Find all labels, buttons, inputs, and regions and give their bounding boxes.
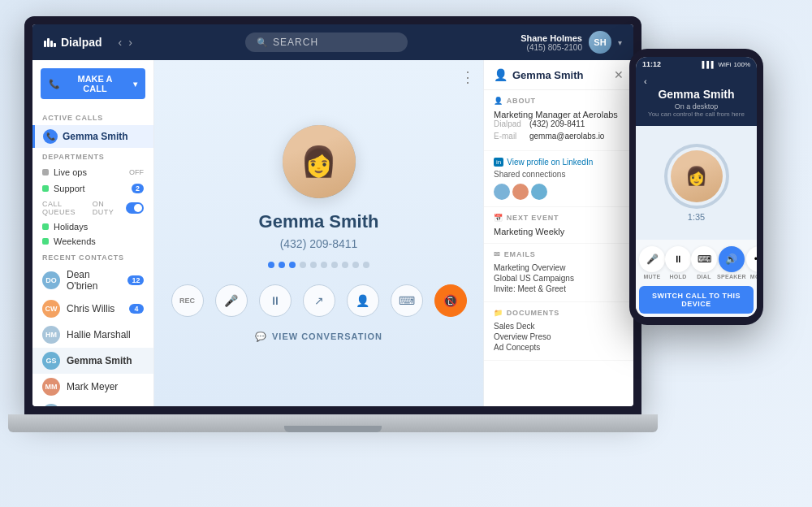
email-row: E-mail gemma@aerolabs.io: [494, 132, 624, 141]
phone-dial-label: DIAL: [697, 274, 711, 280]
hold-icon: ⏸: [270, 294, 281, 307]
app-header: Dialpad ‹ › 🔍 SEARCH Shane H: [32, 24, 633, 60]
phone-avatar-area: 👩 1:35: [636, 126, 757, 240]
contact-dean[interactable]: DO Dean O'brien 12: [32, 265, 153, 296]
dot-9: [352, 262, 359, 268]
email-2[interactable]: Global US Campaigns: [494, 274, 624, 283]
add-caller-icon: 👤: [356, 294, 369, 307]
dot-7: [331, 262, 338, 268]
phone-more-label: MORE: [750, 274, 757, 280]
call-controls: REC 🎤 ⏸ ↗ 👤: [171, 284, 467, 317]
call-icon: 📞: [43, 129, 58, 144]
contact-chris[interactable]: CW Chris Willis 4: [32, 296, 153, 322]
view-conversation-label: VIEW CONVERSATION: [272, 332, 382, 341]
chat-icon: 💬: [255, 332, 267, 342]
phone-back-button[interactable]: ‹: [644, 76, 749, 86]
dot-8: [342, 262, 348, 268]
queue-weekends[interactable]: Weekends: [32, 234, 153, 249]
panel-emails-section: ✉ EMAILS Marketing Overview Global US Ca…: [484, 244, 633, 302]
next-event-label: 📅 NEXT EVENT: [494, 214, 624, 222]
email-label: E-mail: [494, 132, 523, 141]
phone-hold-label: HOLD: [669, 274, 686, 280]
queue-holidays[interactable]: Holidays: [32, 219, 153, 234]
phone-hold-button[interactable]: ⏸: [665, 246, 691, 272]
caller-name: Gemma Smith: [259, 211, 379, 232]
switch-call-button[interactable]: SWITCH CALL TO THIS DEVICE: [639, 286, 754, 314]
phone-mute-button[interactable]: 🎤: [639, 246, 665, 272]
end-call-button[interactable]: 📵: [434, 284, 467, 317]
dialpad-number: (432) 209-8411: [529, 119, 585, 128]
dot-10: [363, 262, 369, 268]
dept-support[interactable]: Support 2: [32, 180, 153, 197]
rec-button[interactable]: REC: [171, 284, 204, 317]
laptop-bezel: Dialpad ‹ › 🔍 SEARCH Shane H: [24, 16, 641, 414]
email-1[interactable]: Marketing Overview: [494, 263, 624, 272]
phone-speaker-button[interactable]: 🔊: [719, 246, 745, 272]
panel-about-section: 👤 ABOUT Marketing Manager at Aerolabs Di…: [484, 90, 633, 151]
search-input-wrap[interactable]: 🔍 SEARCH: [245, 32, 408, 52]
avatar-dean: DO: [42, 271, 60, 289]
dept-support-label: Support: [54, 184, 127, 193]
active-caller-name: Gemma Smith: [63, 131, 128, 142]
phone-mute-ctrl: 🎤 MUTE: [639, 246, 665, 280]
on-duty-toggle[interactable]: [126, 202, 144, 214]
right-panel: 👤 Gemma Smith ✕ 👤 ABOUT Marketing Manage…: [483, 60, 633, 406]
phone-status-icons: ▌▌▌ WiFi 100%: [702, 61, 750, 68]
laptop: Dialpad ‹ › 🔍 SEARCH Shane H: [24, 16, 658, 471]
linkedin-link[interactable]: in View profile on LinkedIn: [494, 158, 624, 167]
avatar-gemma: GS: [42, 352, 60, 370]
contact-dean-name: Dean O'brien: [67, 269, 121, 292]
view-conversation-button[interactable]: 💬 VIEW CONVERSATION: [255, 332, 382, 342]
hold-button[interactable]: ⏸: [259, 284, 292, 317]
phone-dial-button[interactable]: ⌨: [691, 246, 717, 272]
contact-mark[interactable]: MM Mark Meyer: [32, 374, 153, 400]
phone-contact-name: Gemma Smith: [644, 88, 749, 101]
more-options-icon[interactable]: ⋮: [460, 68, 475, 86]
user-dropdown-icon[interactable]: ▾: [618, 38, 622, 47]
doc-2[interactable]: Overview Preso: [494, 332, 624, 341]
sidebar: 📞 MAKE A CALL ▾ ACTIVE CALLS 📞 Gemma Smi…: [32, 60, 154, 406]
back-arrow[interactable]: ‹: [119, 36, 123, 49]
email-3[interactable]: Invite: Meet & Greet: [494, 284, 624, 293]
panel-next-event-section: 📅 NEXT EVENT Marketing Weekly: [484, 207, 633, 244]
contact-hallie[interactable]: HM Hallie Marshall: [32, 322, 153, 348]
about-label: 👤 ABOUT: [494, 97, 624, 105]
header-user-name: Shane Holmes: [520, 33, 582, 43]
phone-avatar-inner: 👩: [671, 150, 723, 202]
dept-support-badge: 2: [132, 184, 144, 193]
transfer-button[interactable]: ↗: [303, 284, 335, 317]
dot-holidays: [42, 223, 49, 230]
linkedin-text: View profile on LinkedIn: [507, 158, 593, 167]
phone-more-button[interactable]: •••: [746, 246, 757, 272]
phone-status-text: On a desktop: [644, 102, 749, 110]
header-avatar: SH: [589, 31, 611, 54]
doc-3[interactable]: Ad Concepts: [494, 343, 624, 352]
rec-icon: REC: [179, 297, 195, 305]
add-caller-button[interactable]: 👤: [347, 284, 379, 317]
active-calls-label: ACTIVE CALLS: [32, 109, 153, 125]
phone-ctrl-row: 🎤 MUTE ⏸ HOLD ⌨ DIAL 🔊 SPEAKER: [639, 246, 754, 280]
job-title: Marketing Manager at Aerolabs: [494, 110, 624, 119]
dept-dot-live-ops: [42, 169, 49, 176]
mute-button[interactable]: 🎤: [215, 284, 248, 317]
panel-close-button[interactable]: ✕: [614, 68, 624, 81]
make-call-dropdown-icon: ▾: [133, 80, 137, 89]
doc-1[interactable]: Sales Deck: [494, 322, 624, 331]
connection-avatars: [494, 184, 624, 200]
phone-more-ctrl: ••• MORE: [746, 246, 757, 280]
header-user-phone: (415) 805-2100: [520, 43, 582, 52]
contact-mark-name: Mark Meyer: [67, 381, 118, 392]
call-queues-row: CALL QUEUES ON DUTY: [32, 197, 153, 219]
badge-dean: 12: [127, 275, 144, 285]
dot-4: [300, 262, 306, 268]
dot-3: [289, 262, 296, 268]
keypad-button[interactable]: ⌨: [391, 284, 423, 317]
active-call-item[interactable]: 📞 Gemma Smith: [32, 125, 153, 148]
make-call-button[interactable]: 📞 MAKE A CALL ▾: [41, 68, 145, 99]
call-progress-dots: [268, 262, 369, 268]
signal-icon: ▌▌▌: [702, 61, 716, 68]
contact-gemma[interactable]: GS Gemma Smith: [32, 348, 153, 374]
mute-icon: 🎤: [224, 294, 238, 307]
contact-jesse[interactable]: JR Jesse Richards: [32, 400, 153, 406]
dept-live-ops-state: OFF: [129, 168, 144, 176]
